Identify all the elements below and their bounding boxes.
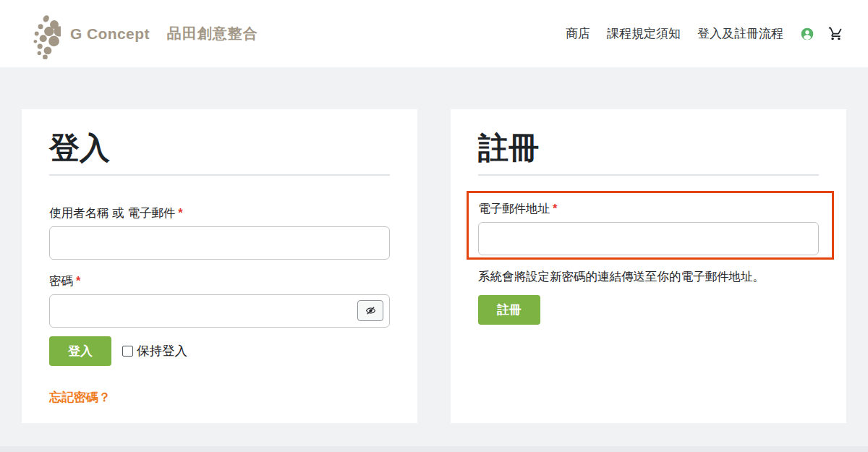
register-actions-row: 註冊 [478,295,819,325]
main-nav: 商店 課程規定須知 登入及註冊流程 [566,25,843,42]
remember-checkbox[interactable] [122,346,133,357]
page: G Concept 品田創意整合 商店 課程規定須知 登入及註冊流程 登 [0,0,868,452]
login-button[interactable]: 登入 [49,336,111,366]
required-asterisk: * [76,274,80,287]
email-label-text: 電子郵件地址 [478,202,550,215]
cart-icon[interactable] [828,26,843,41]
nav-item-course-rules[interactable]: 課程規定須知 [607,25,681,42]
logo-name: G Concept [70,25,150,43]
register-button[interactable]: 註冊 [478,295,540,325]
username-label: 使用者名稱 或 電子郵件* [49,205,390,221]
email-input[interactable] [478,222,819,255]
login-title: 登入 [49,129,390,176]
site-header: G Concept 品田創意整合 商店 課程規定須知 登入及註冊流程 [0,0,868,67]
site-logo[interactable]: G Concept 品田創意整合 [22,9,258,59]
username-input[interactable] [49,226,390,260]
password-label: 密碼* [49,273,390,289]
password-label-text: 密碼 [49,274,73,287]
logo-tagline: 品田創意整合 [167,24,258,43]
register-hint: 系統會將設定新密碼的連結傳送至你的電子郵件地址。 [478,268,819,285]
account-icon[interactable] [800,27,814,41]
logo-dots-icon [22,9,61,59]
login-actions-row: 登入 保持登入 [49,336,390,366]
register-card: 註冊 電子郵件地址* 系統會將設定新密碼的連結傳送至你的電子郵件地址。 註冊 [451,109,846,423]
password-input[interactable] [49,294,390,328]
remember-me[interactable]: 保持登入 [122,342,187,359]
nav-item-login-register-flow[interactable]: 登入及註冊流程 [697,25,783,42]
register-title: 註冊 [478,129,819,176]
eye-slash-icon[interactable] [357,300,383,321]
forgot-password-link[interactable]: 忘記密碼？ [49,389,111,406]
remember-label: 保持登入 [137,342,187,359]
username-field-group: 使用者名稱 或 電子郵件* [49,205,390,260]
email-field-group: 電子郵件地址* [478,200,819,255]
username-label-text: 使用者名稱 或 電子郵件 [49,206,175,219]
nav-item-shop[interactable]: 商店 [566,25,590,42]
footer-strip [0,446,868,452]
required-asterisk: * [178,206,182,219]
password-field-group: 密碼* [49,273,390,328]
required-asterisk: * [553,202,557,215]
login-card: 登入 使用者名稱 或 電子郵件* 密碼* 登入 [22,109,417,423]
email-label: 電子郵件地址* [478,200,819,217]
